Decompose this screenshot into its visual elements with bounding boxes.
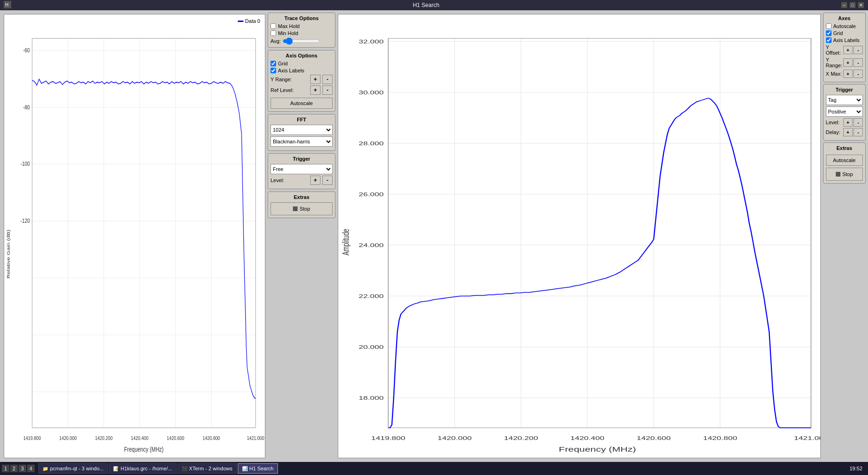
svg-text:-100: -100 xyxy=(21,161,30,167)
y-range-row: Y Range: + - xyxy=(270,75,333,84)
extras-title: Extras xyxy=(270,194,333,200)
right-delay-minus-button[interactable]: - xyxy=(854,128,863,136)
taskbar-h1grc[interactable]: 📝 H1klaus.grc - /home/... xyxy=(109,463,177,474)
svg-rect-2 xyxy=(4,14,265,458)
close-button[interactable]: ✕ xyxy=(858,2,864,8)
axes-axis-labels-label: Axis Labels xyxy=(833,37,860,43)
y-range-minus-button[interactable]: - xyxy=(322,75,333,84)
axis-labels-checkbox[interactable] xyxy=(270,68,276,73)
workspace-1[interactable]: 1 xyxy=(2,465,9,472)
autoscale-row: Autoscale xyxy=(826,23,863,29)
avg-row: Avg: xyxy=(270,37,333,45)
workspace-2[interactable]: 2 xyxy=(10,465,18,472)
right-y-range-row: Y Range: + - xyxy=(826,57,863,68)
level-row: Level: + - xyxy=(270,176,333,185)
right-extras-section: Extras Autoscale Stop xyxy=(823,142,866,184)
svg-text:-120: -120 xyxy=(21,218,30,224)
right-autoscale-button[interactable]: Autoscale xyxy=(826,155,863,166)
right-stop-button[interactable]: Stop xyxy=(826,168,863,181)
svg-text:1421.000: 1421.000 xyxy=(247,435,264,440)
svg-text:-80: -80 xyxy=(23,104,29,110)
x-max-row: X Max: + - xyxy=(826,70,863,78)
svg-text:Relative Gain (dB): Relative Gain (dB) xyxy=(6,229,10,278)
axis-labels-row: Axis Labels xyxy=(270,68,333,73)
svg-text:Amplitude: Amplitude xyxy=(341,229,351,255)
right-trigger-polarity-select[interactable]: Positive Negative xyxy=(826,106,863,117)
fft-window-select[interactable]: Blackman-harris Hamming Hanning Rectangu… xyxy=(270,136,333,147)
right-extras-title: Extras xyxy=(826,145,863,151)
taskbar-xterm[interactable]: ⬛ XTerm - 2 windows xyxy=(178,463,237,474)
right-level-minus-button[interactable]: - xyxy=(854,118,863,127)
right-chart-svg: 32.000 30.000 28.000 26.000 24.000 22.00… xyxy=(338,14,820,458)
min-hold-label: Min Hold xyxy=(278,30,298,36)
grid-label: Grid xyxy=(278,61,288,66)
extras-section: Extras Stop xyxy=(268,191,335,218)
axes-grid-checkbox[interactable] xyxy=(826,30,832,36)
level-minus-button[interactable]: - xyxy=(322,176,333,185)
taskbar-h1search[interactable]: 📊 H1 Search xyxy=(238,463,278,474)
workspace-3[interactable]: 3 xyxy=(19,465,26,472)
y-range-label: Y Range: xyxy=(270,77,308,82)
axis-options-title: Axis Options xyxy=(270,53,333,58)
stop-label: Stop xyxy=(299,206,310,212)
y-range-plus-button[interactable]: + xyxy=(310,75,320,84)
maximize-button[interactable]: □ xyxy=(849,2,856,8)
y-offset-minus-button[interactable]: - xyxy=(854,46,863,54)
taskbar-xterm-label: XTerm - 2 windows xyxy=(189,466,233,471)
svg-rect-31 xyxy=(338,14,820,458)
level-label: Level: xyxy=(270,177,308,183)
svg-text:1420.200: 1420.200 xyxy=(504,435,538,440)
right-trigger-section: Trigger Tag Free Auto Positive Negative … xyxy=(823,84,866,141)
right-delay-plus-button[interactable]: + xyxy=(843,128,853,136)
workspace-4[interactable]: 4 xyxy=(27,465,35,472)
x-max-minus-button[interactable]: - xyxy=(854,70,863,78)
min-hold-checkbox[interactable] xyxy=(270,30,276,36)
svg-text:18.000: 18.000 xyxy=(359,395,384,400)
autoscale-button[interactable]: Autoscale xyxy=(270,98,333,109)
title-bar: H H1 Search ─ □ ✕ xyxy=(0,0,868,10)
right-level-plus-button[interactable]: + xyxy=(843,118,853,127)
right-y-range-plus-button[interactable]: + xyxy=(843,58,853,67)
right-trigger-tag-select[interactable]: Tag Free Auto xyxy=(826,95,863,105)
axes-title: Axes xyxy=(826,15,863,21)
svg-text:24.000: 24.000 xyxy=(359,242,384,248)
trigger-mode-select[interactable]: Free Auto Normal Tag xyxy=(270,164,333,174)
axes-axis-labels-row: Axis Labels xyxy=(826,37,863,43)
axis-labels-label: Axis Labels xyxy=(278,68,304,73)
left-chart-svg: -60 -80 -100 -120 Relative Gain (dB) 141… xyxy=(4,14,265,458)
right-controls-panel: Axes Autoscale Grid Axis Labels Y Offset… xyxy=(821,10,868,462)
legend-label: Data 0 xyxy=(245,18,260,24)
x-max-plus-button[interactable]: + xyxy=(843,70,853,78)
fft-size-select[interactable]: 1024 512 2048 4096 xyxy=(270,125,333,135)
svg-text:26.000: 26.000 xyxy=(359,191,384,197)
axes-grid-label: Grid xyxy=(833,30,843,36)
ref-level-row: Ref Level: + - xyxy=(270,85,333,95)
stop-button[interactable]: Stop xyxy=(270,202,333,215)
left-chart-panel: Data 0 xyxy=(4,14,265,458)
max-hold-label: Max Hold xyxy=(278,23,299,29)
right-y-range-label: Y Range: xyxy=(826,57,842,68)
ref-level-minus-button[interactable]: - xyxy=(322,85,333,95)
axes-axis-labels-checkbox[interactable] xyxy=(826,37,832,43)
svg-text:1420.800: 1420.800 xyxy=(703,435,737,440)
taskbar-pcmanfm-label: pcmanfm-qt - 3 windo... xyxy=(50,466,104,471)
svg-text:1420.000: 1420.000 xyxy=(59,435,77,440)
svg-text:22.000: 22.000 xyxy=(359,293,384,298)
min-hold-row: Min Hold xyxy=(270,30,333,36)
max-hold-checkbox[interactable] xyxy=(270,23,276,29)
svg-text:1421.000: 1421.000 xyxy=(794,435,820,440)
avg-slider[interactable] xyxy=(283,37,320,45)
ref-level-plus-button[interactable]: + xyxy=(310,85,320,95)
taskbar-pcmanfm[interactable]: 📁 pcmanfm-qt - 3 windo... xyxy=(38,463,108,474)
fft-title: FFT xyxy=(270,117,333,122)
avg-label: Avg: xyxy=(270,38,281,44)
trigger-section: Trigger Free Auto Normal Tag Level: + - xyxy=(268,153,335,189)
right-stop-label: Stop xyxy=(842,171,853,177)
y-offset-plus-button[interactable]: + xyxy=(843,46,853,54)
grid-checkbox[interactable] xyxy=(270,61,276,66)
axes-autoscale-checkbox[interactable] xyxy=(826,23,832,29)
right-delay-label: Delay: xyxy=(826,129,842,135)
level-plus-button[interactable]: + xyxy=(310,176,320,185)
minimize-button[interactable]: ─ xyxy=(841,2,847,8)
right-y-range-minus-button[interactable]: - xyxy=(854,58,863,67)
